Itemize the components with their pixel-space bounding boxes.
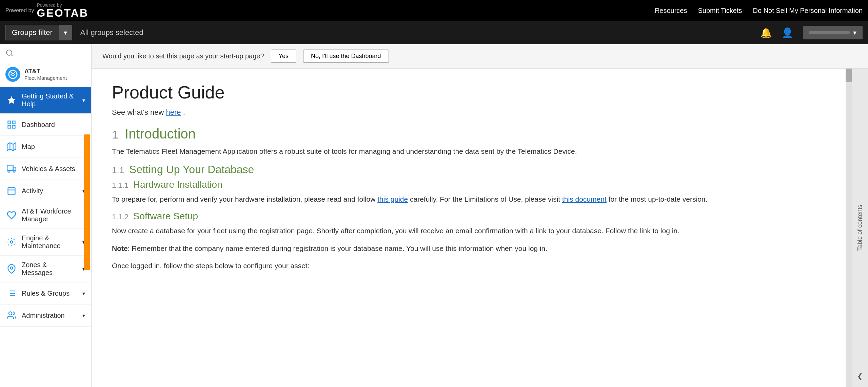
this-document-link[interactable]: this document [562,195,607,203]
section-1-1-1-body: To prepare for, perform and verify your … [112,194,825,205]
zones-icon [6,263,17,274]
dropdown-arrow-icon: ▾ [64,29,67,37]
sidebar-item-zones[interactable]: Zones & Messages ▾ [0,256,91,282]
logo-container: Powered by Powered by GEOTAB [5,3,88,18]
sidebar-scroll-thumb [84,134,90,270]
sidebar-item-workforce[interactable]: AT&T Workforce Manager [0,202,91,229]
groups-filter-button[interactable]: Groups filter [5,25,59,40]
svg-rect-5 [12,121,15,124]
engine-icon [6,237,17,247]
search-icon [5,49,14,57]
submit-tickets-link[interactable]: Submit Tickets [698,7,742,15]
groups-filter-label: Groups filter [12,28,53,37]
table-of-contents-panel[interactable]: Table of contents ❮ [852,69,868,387]
svg-point-13 [8,170,10,172]
page-title: Product Guide [112,82,825,103]
getting-started-label: Getting Started & Help [22,92,78,108]
section-1-heading: 1 Introduction [112,126,825,142]
main-layout: AT&T Fleet Management Getting Started & … [0,44,868,387]
use-dashboard-button[interactable]: No, I'll use the Dashboard [303,50,389,63]
svg-point-14 [13,170,15,172]
do-not-sell-link[interactable]: Do Not Sell My Personal Information [753,7,863,15]
brand-header: AT&T Fleet Management [0,62,91,87]
sidebar-item-dashboard[interactable]: Dashboard [0,114,91,136]
brand-info: AT&T Fleet Management [24,68,67,81]
search-bar[interactable] [0,44,91,62]
section-1-1-1-num: 1.1.1 [112,181,129,189]
administration-icon [6,310,17,321]
user-icon[interactable]: 👤 [782,27,793,38]
rules-icon [6,288,17,299]
section-1-1-2-note: Note: Remember that the company name ent… [112,243,825,254]
content-scrollbar[interactable] [846,69,852,387]
dashboard-icon [6,119,17,130]
section-1-1-title: Setting Up Your Database [129,163,254,176]
note-text: : Remember that the company name entered… [128,244,547,252]
this-guide-link[interactable]: this guide [377,195,408,203]
brand-logo [5,67,20,82]
section-1-body: The Telematics Fleet Management Applicat… [112,146,825,157]
top-navbar: Powered by Powered by GEOTAB Resources S… [0,0,868,21]
section-1-title: Introduction [125,126,196,141]
brand-subtitle-text: Fleet Management [24,75,67,81]
filterbar-right: 🔔 👤 ▾ [760,26,863,39]
svg-rect-4 [8,121,11,124]
activity-label: Activity [22,187,78,195]
user-dropdown-arrow: ▾ [853,29,856,37]
bell-icon[interactable]: 🔔 [760,27,772,38]
zones-label: Zones & Messages [22,261,78,277]
svg-rect-11 [7,165,13,170]
getting-started-icon [6,95,17,106]
svg-marker-3 [7,96,15,104]
yes-button[interactable]: Yes [271,50,296,63]
sidebar-item-vehicles[interactable]: Vehicles & Assets [0,158,91,180]
section-1-1-2-num: 1.1.2 [112,213,129,221]
section-1-1-heading: 1.1 Setting Up Your Database [112,163,825,176]
section-1-1-2-body2: Once logged in, follow the steps below t… [112,260,825,272]
content-area: Would you like to set this page as your … [92,44,868,387]
svg-point-19 [11,241,13,243]
filter-bar: Groups filter ▾ All groups selected 🔔 👤 … [0,21,868,44]
sidebar-item-map[interactable]: Map [0,136,91,158]
sidebar-scrollbar[interactable] [84,134,90,270]
hw-text-3: for the most up-to-date version. [609,195,708,203]
dashboard-label: Dashboard [22,121,85,129]
sidebar-item-getting-started[interactable]: Getting Started & Help ▾ [0,87,91,114]
sidebar-nav: Getting Started & Help ▾ Dashboard [0,87,91,387]
administration-chevron: ▾ [82,312,85,319]
note-label: Note [112,244,128,252]
getting-started-chevron: ▾ [82,97,85,104]
toc-label: Table of contents [856,205,864,251]
sidebar-item-rules[interactable]: Rules & Groups ▾ [0,282,91,305]
section-1-1-2-heading: 1.1.2 Software Setup [112,211,825,222]
section-1-1-num: 1.1 [112,165,124,175]
section-1-1-1-title: Hardware Installation [133,179,222,190]
svg-point-20 [11,267,13,269]
engine-label: Engine & Maintenance [22,234,78,250]
all-groups-selected-text: All groups selected [80,28,143,37]
activity-icon [6,185,17,196]
intro-paragraph: See what's new here . [112,108,825,117]
startup-banner: Would you like to set this page as your … [92,44,868,69]
resources-link[interactable]: Resources [655,7,687,15]
workforce-label: AT&T Workforce Manager [22,207,85,223]
here-link[interactable]: here [166,108,181,116]
sidebar-item-administration[interactable]: Administration ▾ [0,305,91,327]
svg-rect-7 [12,125,15,128]
workforce-icon [6,210,17,221]
sidebar-item-engine[interactable]: Engine & Maintenance ▾ [0,229,91,256]
main-content-scroll[interactable]: Product Guide See what's new here . 1 In… [92,69,846,387]
section-1-1-2-body: Now create a database for your fleet usi… [112,225,825,237]
powered-by-text: Powered by [5,7,34,14]
sidebar-item-activity[interactable]: Activity ▾ [0,180,91,202]
svg-point-0 [6,50,12,55]
section-1-1-2-title: Software Setup [133,211,198,221]
hw-text-2: carefully. For the Limitations of Use, p… [410,195,562,203]
vehicles-label: Vehicles & Assets [22,165,85,173]
groups-filter-dropdown[interactable]: ▾ [59,25,72,40]
user-dropdown[interactable]: ▾ [803,26,863,39]
svg-rect-6 [8,125,11,128]
user-name-text [809,31,850,34]
rules-label: Rules & Groups [22,290,78,297]
toc-collapse-arrow[interactable]: ❮ [857,372,863,380]
